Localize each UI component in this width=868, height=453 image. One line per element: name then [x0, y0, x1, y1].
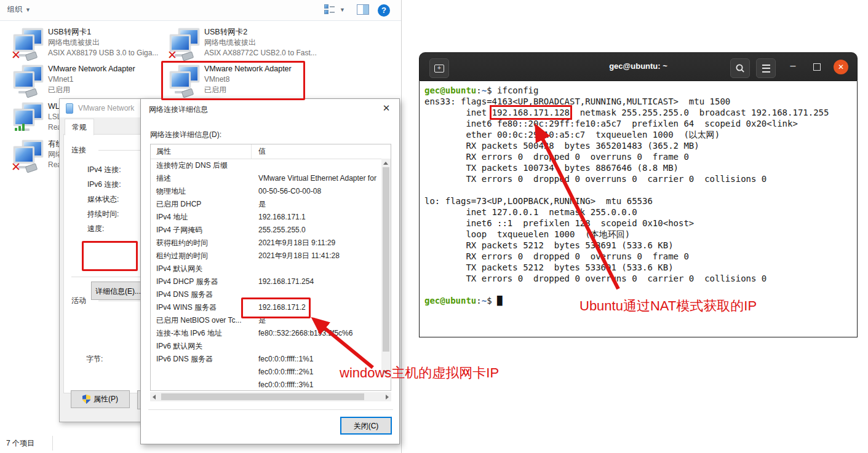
table-row: fec0:0:0:ffff::2%1	[151, 366, 391, 379]
details-button[interactable]: 详细信息(E)...	[91, 282, 145, 300]
connection-details-dialog: 网络连接详细信息 ✕ 网络连接详细信息(D): 属性 值 连接特定的 DNS 后…	[140, 98, 400, 444]
terminal-line: ens33: flags=4163<UP,BROADCAST,RUNNING,M…	[424, 96, 857, 107]
organize-button[interactable]: 组织▼	[7, 4, 31, 15]
table-row: IPv4 默认网关	[151, 262, 391, 275]
help-icon[interactable]: ?	[378, 4, 390, 17]
property-cell: 连接-本地 IPv6 地址	[151, 327, 252, 340]
view-row	[324, 10, 335, 14]
terminal-line: inet6 fe80::20c:29ff:fe10:a5c7 prefixlen…	[424, 118, 857, 129]
property-cell: IPv4 地址	[151, 211, 252, 224]
adapter-status-line: 网络电缆被拔出	[204, 37, 308, 48]
properties-button[interactable]: 属性(P)	[71, 390, 130, 408]
scroll-up-icon[interactable]	[383, 162, 388, 165]
organize-label: 组织	[7, 5, 22, 14]
value-cell	[252, 340, 258, 353]
value-cell: 192.168.171.1	[252, 211, 306, 224]
terminal-text: ~	[482, 296, 487, 305]
terminal-text: ~	[482, 85, 487, 95]
scrollbar-thumb[interactable]	[383, 167, 389, 352]
property-cell: IPv4 DNS 服务器	[151, 288, 252, 301]
terminal-line: inet 192.168.171.128 netmask 255.255.255…	[424, 107, 857, 118]
terminal-line: RX packets 5212 bytes 533691 (533.6 KB)	[424, 240, 857, 251]
vertical-scrollbar[interactable]	[381, 159, 391, 377]
rj45-plug-icon	[181, 51, 194, 61]
terminal-content[interactable]: gec@ubuntu:~$ ifconfigens33: flags=4163<…	[419, 81, 858, 337]
connection-section-label: 连接	[71, 145, 86, 156]
terminal-text: inet6 fe80::20c:29ff:fe10:a5c7 prefixlen…	[424, 119, 798, 128]
terminal-line	[424, 284, 857, 295]
property-cell: 已启用 NetBIOS over Tc...	[151, 314, 252, 327]
table-row: 已启用 NetBIOS over Tc...是	[151, 314, 391, 327]
terminal-text: gec@ubuntu	[424, 85, 476, 95]
terminal-text: inet 127.0.0.1 netmask 255.0.0.0	[424, 207, 637, 217]
rj45-plug-icon	[25, 51, 38, 61]
explorer-toolbar: 组织▼ ▼ ?	[0, 0, 401, 21]
value-cell: fec0:0:0:ffff::3%1	[252, 379, 313, 391]
terminal-text: ens33: flags=4163<UP,BROADCAST,RUNNING,M…	[424, 97, 730, 106]
scroll-down-icon[interactable]	[383, 371, 388, 374]
terminal-line: TX errors 0 dropped 0 overruns 0 carrier…	[424, 173, 857, 184]
table-row: IPv4 地址192.168.171.1	[151, 211, 391, 224]
value-cell: 00-50-56-C0-00-08	[252, 185, 321, 198]
uac-shield-icon	[82, 395, 90, 404]
property-cell	[151, 366, 252, 379]
menu-button[interactable]	[756, 58, 776, 78]
scroll-right-icon[interactable]	[386, 395, 389, 400]
adapter-item[interactable]: VMware Network AdapterVMnet1已启用	[10, 64, 151, 100]
activity-section-label: 活动	[71, 296, 86, 306]
property-cell: IPv4 DHCP 服务器	[151, 275, 252, 288]
adapter-item[interactable]: VMware Network AdapterVMnet8已启用	[166, 64, 308, 100]
details-subtitle: 网络连接详细信息(D):	[150, 130, 221, 140]
table-row: 连接特定的 DNS 后缀	[151, 159, 391, 172]
property-cell: 租约过期的时间	[151, 250, 252, 262]
adapter-name: USB转网卡2	[204, 27, 308, 37]
value-cell: 是	[252, 198, 266, 211]
view-options-icon[interactable]	[324, 4, 335, 17]
horizontal-scrollbar[interactable]	[150, 392, 391, 401]
adapter-text: USB转网卡1网络电缆被拔出ASIX AX88179 USB 3.0 to Gi…	[48, 27, 151, 58]
property-cell: IPv6 默认网关	[151, 340, 252, 353]
rj45-plug-icon	[25, 88, 38, 98]
terminal-text: TX packets 5212 bytes 533691 (533.6 KB)	[424, 262, 674, 272]
close-icon[interactable]: ✕	[380, 103, 393, 114]
value-cell: 是	[252, 314, 266, 327]
terminal-text: loop txqueuelen 1000 (本地环回)	[424, 229, 630, 239]
table-row: 描述VMware Virtual Ethernet Adapter for	[151, 172, 391, 185]
connection-label: 速度:	[87, 224, 104, 234]
tab-general[interactable]: 常规	[65, 119, 94, 135]
network-adapter-icon: ✕	[10, 28, 46, 59]
table-row: IPv4 子网掩码255.255.255.0	[151, 224, 391, 237]
disconnected-x-icon: ✕	[167, 49, 177, 61]
close-button[interactable]: ✕	[834, 60, 848, 74]
value-cell: 2021年9月18日 11:41:28	[252, 250, 340, 262]
view-options-caret-icon[interactable]: ▼	[340, 7, 345, 13]
adapter-name: USB转网卡1	[48, 27, 151, 37]
adapter-item[interactable]: ✕USB转网卡1网络电缆被拔出ASIX AX88179 USB 3.0 to G…	[10, 27, 151, 63]
connection-label: IPv4 连接:	[87, 165, 121, 175]
connection-label: 持续时间:	[87, 209, 119, 219]
adapter-text: USB转网卡2网络电缆被拔出ASIX AX88772C USB2.0 to Fa…	[204, 27, 308, 58]
value-cell: fe80::532:2668:b193:2f5c%6	[252, 327, 352, 340]
connection-label: 媒体状态:	[87, 194, 119, 205]
disconnected-x-icon: ✕	[11, 161, 21, 173]
search-button[interactable]	[730, 58, 750, 78]
maximize-button[interactable]	[813, 63, 821, 71]
adapter-text: VMware Network AdapterVMnet1已启用	[48, 64, 151, 95]
value-cell: 255.255.255.0	[252, 224, 306, 237]
terminal-text: TX errors 0 dropped 0 overruns 0 carrier…	[424, 174, 766, 184]
terminal-line: RX errors 0 dropped 0 overruns 0 frame 0	[424, 151, 857, 162]
network-adapter-icon	[66, 103, 73, 114]
minimize-button[interactable]: –	[787, 60, 799, 71]
preview-pane-icon[interactable]	[357, 4, 369, 15]
rj45-plug-icon	[25, 163, 38, 173]
value-cell: fec0:0:0:ffff::2%1	[252, 366, 313, 379]
network-adapter-icon	[10, 65, 46, 96]
adapter-item[interactable]: ✕USB转网卡2网络电缆被拔出ASIX AX88772C USB2.0 to F…	[166, 27, 308, 63]
value-cell: fec0:0:0:ffff::1%1	[252, 353, 313, 366]
scrollbar-thumb[interactable]	[161, 393, 364, 400]
close-button[interactable]: 关闭(C)	[340, 417, 392, 435]
terminal-text: TX packets 100734 bytes 8867646 (8.8 MB)	[424, 163, 679, 173]
adapter-status-line: ASIX AX88179 USB 3.0 to Giga...	[48, 48, 151, 58]
scroll-left-icon[interactable]	[153, 395, 156, 400]
disconnected-x-icon: ✕	[11, 49, 21, 61]
